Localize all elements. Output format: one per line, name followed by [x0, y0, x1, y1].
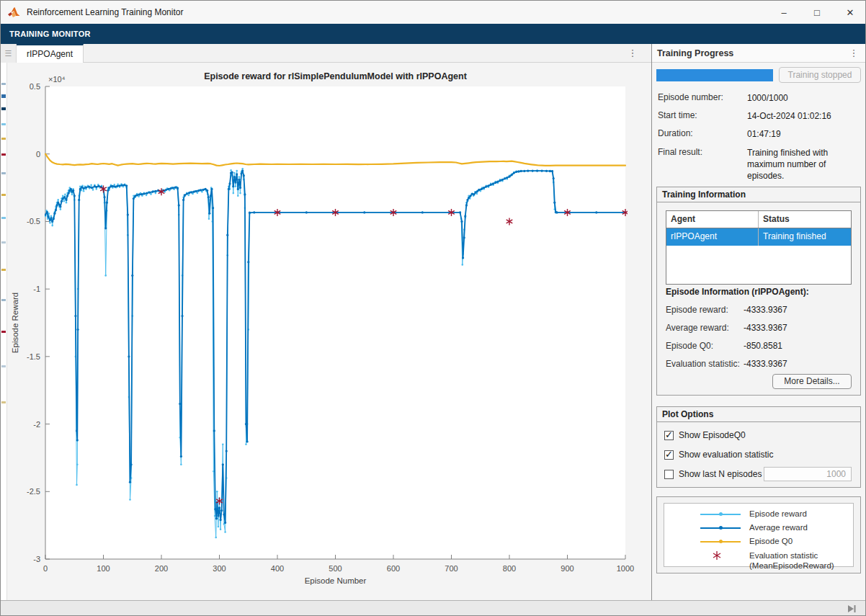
plot-options-title: Plot Options — [657, 407, 860, 422]
final-result-row: Final result: Training finished with max… — [658, 147, 862, 182]
column-header-status: Status — [759, 211, 851, 228]
evaluation-statistic-label: Evaluation statistic: — [666, 359, 744, 369]
figure-panel-menu-icon[interactable]: ⋮ — [625, 46, 640, 61]
show-episodeq0-checkbox[interactable] — [664, 431, 674, 440]
last-n-episodes-input[interactable] — [764, 467, 852, 481]
training-progress-panel: Training stopped Episode number: 1000/10… — [652, 63, 866, 600]
start-time-label: Start time: — [658, 110, 747, 122]
tab-rippoagent[interactable]: rIPPOAgent — [17, 44, 84, 63]
window-controls: – □ ✕ — [767, 1, 866, 24]
app-window: Reinforcement Learning Training Monitor … — [0, 0, 866, 616]
svg-text:-3: -3 — [33, 555, 40, 563]
average-reward-value: -4333.9367 — [744, 323, 787, 333]
episode-information-title: Episode Information (rIPPOAgent): — [666, 287, 809, 297]
svg-text:×10⁴: ×10⁴ — [48, 75, 66, 84]
show-last-n-episodes-checkbox[interactable] — [664, 470, 674, 479]
ribbon: TRAINING MONITOR — [1, 24, 866, 44]
training-plot: Episode reward for rlSimplePendulumModel… — [7, 63, 651, 600]
svg-text:700: 700 — [445, 564, 457, 573]
training-progress-header: Training Progress ⋮ — [652, 44, 866, 63]
svg-text:0.5: 0.5 — [30, 82, 40, 91]
svg-text:500: 500 — [329, 564, 342, 573]
svg-text:Episode Number: Episode Number — [305, 576, 367, 585]
svg-text:800: 800 — [503, 564, 516, 573]
evaluation-statistic-row: Evaluation statistic: -4333.9367 — [666, 359, 853, 369]
training-progress-menu-icon[interactable]: ⋮ — [847, 46, 861, 61]
title-bar: Reinforcement Learning Training Monitor … — [1, 1, 866, 24]
legend-label-evaluation-statistic: Evaluation statistic (MeanEpisodeReward) — [749, 551, 834, 571]
svg-text:100: 100 — [97, 564, 110, 573]
svg-text:900: 900 — [561, 564, 573, 573]
collapsed-plot-strip — [1, 63, 7, 600]
status-cell: Training finished — [759, 228, 851, 246]
episode-number-label: Episode number: — [658, 92, 747, 104]
close-button[interactable]: ✕ — [834, 1, 866, 24]
plot-options-group: Plot Options Show EpisodeQ0 Show evaluat… — [656, 406, 861, 488]
start-time-row: Start time: 14-Oct-2024 01:02:16 — [658, 110, 862, 122]
evaluation-statistic-value: -4333.9367 — [744, 359, 787, 369]
show-evaluation-statistic-option[interactable]: Show evaluation statistic — [664, 450, 773, 460]
legend-label-episode-q0: Episode Q0 — [749, 537, 793, 545]
svg-text:0: 0 — [36, 150, 40, 159]
average-reward-marker-dot — [719, 526, 723, 530]
svg-text:1000: 1000 — [617, 564, 634, 573]
legend-label-average-reward: Average reward — [749, 523, 808, 532]
training-progress-bar — [656, 69, 773, 81]
expand-panel-icon[interactable] — [846, 603, 857, 615]
svg-text:Episode reward for rlSimplePen: Episode reward for rlSimplePendulumModel… — [204, 71, 467, 81]
training-stopped-button[interactable]: Training stopped — [779, 67, 861, 83]
legend-item-episode-reward: Episode reward — [664, 509, 853, 519]
legend-item-evaluation-statistic: Evaluation statistic (MeanEpisodeReward) — [664, 551, 853, 571]
show-last-n-episodes-label: Show last N episodes — [679, 469, 762, 479]
svg-text:300: 300 — [213, 564, 226, 573]
duration-label: Duration: — [658, 128, 747, 140]
agent-cell: rIPPOAgent — [666, 228, 759, 246]
more-details-button[interactable]: More Details... — [772, 374, 852, 389]
svg-text:-1: -1 — [33, 285, 40, 293]
svg-text:-0.5: -0.5 — [27, 217, 40, 226]
training-progress-title: Training Progress — [657, 48, 733, 58]
plot-legend-group: Episode reward Average reward Episode Q0 — [656, 496, 861, 573]
legend-label-episode-reward: Episode reward — [749, 509, 807, 518]
svg-text:600: 600 — [387, 564, 400, 573]
episode-q0-marker-dot — [719, 540, 723, 543]
episode-reward-marker-dot — [719, 512, 723, 516]
matlab-logo-icon — [8, 7, 20, 18]
figure-panel: Episode reward for rlSimplePendulumModel… — [1, 63, 651, 600]
show-episodeq0-option[interactable]: Show EpisodeQ0 — [664, 430, 746, 440]
show-episodeq0-label: Show EpisodeQ0 — [679, 430, 746, 440]
episode-number-row: Episode number: 1000/1000 — [658, 92, 862, 104]
svg-text:-1.5: -1.5 — [27, 352, 40, 361]
svg-text:Episode Reward: Episode Reward — [11, 293, 19, 353]
duration-value: 01:47:19 — [747, 128, 861, 140]
table-row[interactable]: rIPPOAgent Training finished — [666, 228, 851, 246]
final-result-value: Training finished with maximum number of… — [747, 147, 861, 182]
maximize-button[interactable]: □ — [800, 1, 834, 24]
legend-item-average-reward: Average reward — [664, 523, 853, 533]
training-information-group: Training Information Agent Status rIPPOA… — [656, 187, 861, 396]
training-information-title: Training Information — [657, 187, 860, 202]
average-reward-row: Average reward: -4333.9367 — [666, 323, 853, 333]
minimize-button[interactable]: – — [767, 1, 800, 24]
final-result-label: Final result: — [658, 147, 747, 182]
episode-reward-label: Episode reward: — [666, 305, 744, 315]
tab-strip-grip-handle[interactable]: ☰ — [1, 44, 17, 63]
tab-training-monitor[interactable]: TRAINING MONITOR — [9, 30, 91, 38]
episode-reward-value: -4333.9367 — [744, 305, 787, 315]
episode-q0-label: Episode Q0: — [666, 341, 744, 351]
episode-q0-row: Episode Q0: -850.8581 — [666, 341, 853, 351]
episode-number-value: 1000/1000 — [747, 92, 861, 104]
show-last-n-episodes-option[interactable]: Show last N episodes — [664, 469, 857, 479]
window-title: Reinforcement Learning Training Monitor — [27, 7, 183, 17]
column-header-agent: Agent — [666, 211, 759, 228]
svg-text:0: 0 — [43, 564, 48, 573]
plot-legend: Episode reward Average reward Episode Q0 — [664, 503, 854, 567]
svg-text:400: 400 — [271, 564, 284, 573]
legend-item-episode-q0: Episode Q0 — [664, 537, 853, 547]
show-evaluation-statistic-label: Show evaluation statistic — [679, 450, 773, 460]
duration-row: Duration: 01:47:19 — [658, 128, 862, 140]
show-evaluation-statistic-checkbox[interactable] — [664, 450, 674, 460]
svg-text:-2: -2 — [33, 420, 40, 429]
tab-rippoagent-label: rIPPOAgent — [27, 49, 73, 59]
svg-text:200: 200 — [155, 564, 168, 573]
